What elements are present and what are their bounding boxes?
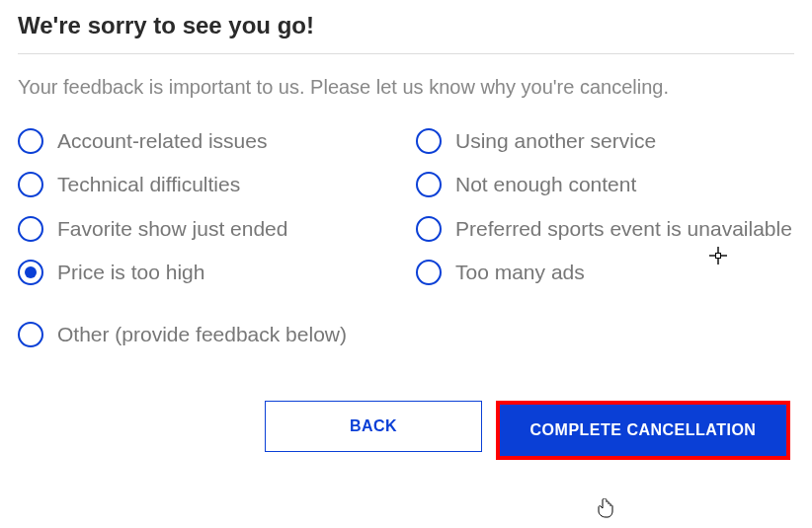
button-row: Back Complete Cancellation (18, 401, 794, 460)
cancellation-reasons: Account-related issues Using another ser… (18, 126, 794, 349)
radio-label: Price is too high (57, 258, 204, 287)
radio-price-high[interactable]: Price is too high (18, 258, 396, 287)
radio-icon (18, 172, 43, 197)
radio-icon (416, 128, 442, 154)
radio-label: Too many ads (455, 258, 585, 287)
radio-icon (18, 128, 43, 154)
radio-another-service[interactable]: Using another service (416, 126, 794, 156)
radio-icon (18, 216, 43, 242)
radio-icon (18, 260, 43, 285)
radio-favorite-show-ended[interactable]: Favorite show just ended (18, 214, 396, 244)
cursor-pointer-icon (598, 498, 613, 523)
radio-label: Technical difficulties (57, 170, 240, 199)
page-title: We're sorry to see you go! (18, 12, 794, 39)
radio-icon (18, 322, 43, 347)
radio-label: Preferred sports event is unavailable (455, 214, 792, 244)
radio-label: Account-related issues (57, 126, 267, 156)
radio-label: Favorite show just ended (57, 214, 287, 244)
radio-label: Using another service (455, 126, 656, 156)
radio-account-issues[interactable]: Account-related issues (18, 126, 396, 156)
radio-other[interactable]: Other (provide feedback below) (18, 320, 794, 349)
radio-icon (416, 172, 442, 197)
radio-label: Other (provide feedback below) (57, 320, 347, 349)
complete-cancellation-button[interactable]: Complete Cancellation (500, 405, 786, 456)
divider (18, 53, 794, 54)
radio-not-enough-content[interactable]: Not enough content (416, 170, 794, 199)
radio-technical[interactable]: Technical difficulties (18, 170, 396, 199)
radio-sports-unavailable[interactable]: Preferred sports event is unavailable (416, 214, 794, 244)
radio-too-many-ads[interactable]: Too many ads (416, 258, 794, 287)
back-button[interactable]: Back (265, 401, 482, 452)
radio-label: Not enough content (455, 170, 636, 199)
radio-icon (416, 260, 442, 285)
feedback-prompt: Your feedback is important to us. Please… (18, 76, 794, 99)
radio-icon (416, 216, 442, 242)
highlight-box: Complete Cancellation (496, 401, 790, 460)
